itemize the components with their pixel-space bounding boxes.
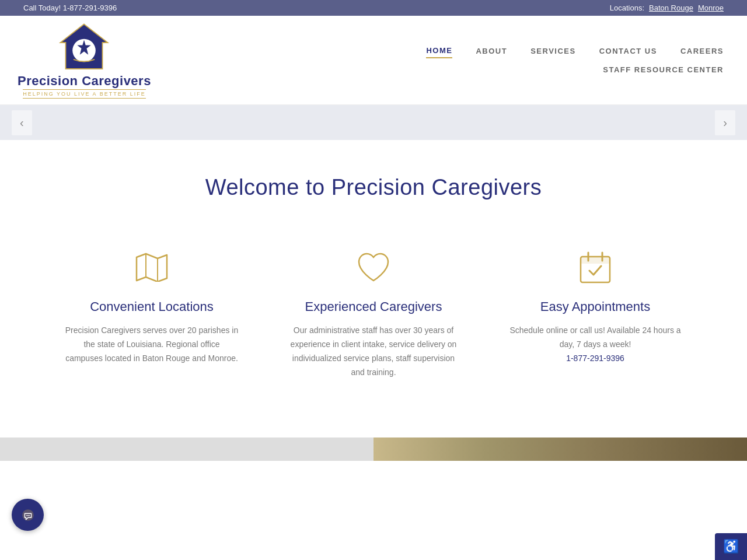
feature-locations-title: Convenient Locations <box>90 299 214 314</box>
locations-area: Locations: Baton Rouge Monroe <box>610 4 724 12</box>
slider-prev-button[interactable]: ‹ <box>12 110 32 135</box>
locations-label: Locations: <box>610 4 644 12</box>
nav-contact[interactable]: CONTACT US <box>599 44 657 58</box>
logo-icon <box>58 22 110 74</box>
feature-appointments-desc: Schedule online or call us! Available 24… <box>508 324 683 365</box>
heart-icon <box>353 247 394 288</box>
nav-careers[interactable]: CAREERS <box>680 44 724 58</box>
nav-about[interactable]: ABOUT <box>476 44 507 58</box>
feature-locations: Convenient Locations Precision Caregiver… <box>41 235 263 391</box>
feature-appointments: Easy Appointments Schedule online or cal… <box>484 235 706 391</box>
nav-bottom-row: STAFF RESOURCE CENTER <box>603 63 724 76</box>
nav-services[interactable]: SERVICES <box>530 44 576 58</box>
feature-caregivers: Experienced Caregivers Our administrativ… <box>263 235 484 391</box>
map-icon <box>131 247 172 288</box>
nav-staff-resource[interactable]: STAFF RESOURCE CENTER <box>603 63 724 76</box>
appointments-phone[interactable]: 1-877-291-9396 <box>566 354 624 363</box>
hero-slider: ‹ › <box>0 105 747 140</box>
svg-rect-6 <box>581 257 610 264</box>
nav-home[interactable]: HOME <box>426 44 452 58</box>
welcome-section: Welcome to Precision Caregivers <box>0 140 747 212</box>
location-baton-rouge[interactable]: Baton Rouge <box>649 4 693 12</box>
logo-area[interactable]: Precision Caregivers Helping You Live A … <box>18 22 151 99</box>
logo-text: Precision Caregivers <box>18 74 151 88</box>
call-label: Call Today! 1-877-291-9396 <box>23 4 117 12</box>
features-row: Convenient Locations Precision Caregiver… <box>0 212 747 426</box>
appointments-desc-text: Schedule online or call us! Available 24… <box>509 326 680 349</box>
feature-caregivers-desc: Our administrative staff has over 30 yea… <box>286 324 461 379</box>
slider-next-button[interactable]: › <box>715 110 735 135</box>
location-monroe[interactable]: Monroe <box>698 4 724 12</box>
welcome-title: Welcome to Precision Caregivers <box>23 175 724 200</box>
top-bar: Call Today! 1-877-291-9396 Locations: Ba… <box>0 0 747 16</box>
nav-top-row: HOME ABOUT SERVICES CONTACT US CAREERS <box>426 44 724 58</box>
feature-caregivers-title: Experienced Caregivers <box>305 299 442 314</box>
calendar-check-icon <box>575 247 616 288</box>
bottom-image-strip <box>0 438 747 461</box>
header: Precision Caregivers Helping You Live A … <box>0 16 747 105</box>
bottom-image <box>374 438 747 461</box>
logo-tagline: Helping You Live A Better Life <box>23 89 145 99</box>
feature-locations-desc: Precision Caregivers serves over 20 pari… <box>64 324 239 365</box>
feature-appointments-title: Easy Appointments <box>540 299 650 314</box>
main-nav: HOME ABOUT SERVICES CONTACT US CAREERS S… <box>426 44 724 76</box>
